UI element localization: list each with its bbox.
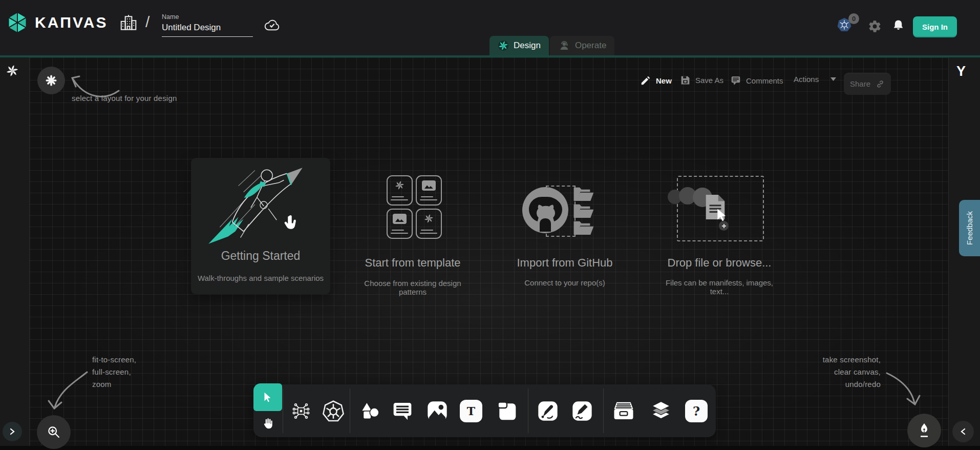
cloud-saved-icon [264, 17, 281, 33]
template-thumb-spiral-2 [416, 209, 442, 239]
toolbar-separator-4 [603, 388, 604, 433]
new-pencil-icon [640, 75, 651, 86]
text-tool-card: T [460, 400, 482, 422]
toolbar-separator-2 [350, 388, 350, 433]
tab-operate-label: Operate [575, 40, 606, 51]
design-name-input[interactable]: Untitled Design [162, 23, 253, 37]
select-cursor-icon [261, 391, 274, 404]
pen-path-icon [538, 401, 558, 421]
expand-left-panel-button[interactable] [3, 422, 22, 441]
drop-file-subtitle: Files can be manifests, images, text... [661, 278, 778, 296]
notifications-bell-icon[interactable] [891, 18, 905, 32]
pointer-tool-group [253, 383, 282, 437]
save-as-button[interactable]: Save As [680, 75, 723, 86]
view-controls-hint: fit-to-screen, full-screen, zoom [92, 354, 136, 391]
image-thumb-icon [422, 180, 436, 191]
actions-label: Actions [794, 75, 819, 84]
folder-icon-2 [572, 203, 595, 219]
breadcrumb-divider: / [145, 13, 150, 31]
pan-hand-tool[interactable] [253, 411, 282, 437]
chevron-left-icon [959, 427, 967, 436]
hand-cursor-icon [282, 213, 301, 234]
layout-selector-button[interactable] [37, 67, 65, 94]
new-design-button[interactable]: New [640, 75, 672, 86]
template-subtitle: Choose from existing design patterns [361, 279, 464, 296]
zoom-controls-button[interactable] [37, 415, 71, 449]
meshery-spiral-icon[interactable] [5, 64, 19, 78]
app-logo[interactable]: KAΠVAS [6, 11, 108, 34]
drop-file-title: Drop file or browse... [661, 256, 778, 270]
actions-hint-arrow [883, 367, 926, 410]
template-title: Start from template [361, 256, 464, 270]
kubernetes-tool[interactable] [322, 399, 345, 423]
feedback-tab[interactable]: Feedback [959, 200, 980, 256]
caret-down-icon [830, 77, 837, 81]
help-tool-glyph: ? [693, 404, 700, 419]
canvas-actions-button[interactable] [907, 414, 941, 447]
start-from-template-card[interactable]: Start from template Choose from existing… [361, 169, 464, 295]
import-github-card[interactable]: Import from GitHub Connect to your repo(… [507, 174, 623, 297]
text-tool[interactable]: T [459, 399, 483, 423]
share-label: Share [850, 79, 870, 88]
comment-bubble-icon [392, 401, 413, 421]
getting-started-card[interactable]: Getting Started Walk-throughs and sample… [191, 158, 330, 294]
rocket-rider-illustration [205, 161, 315, 249]
feedback-label: Feedback [965, 211, 974, 245]
drop-cursor-arrow-icon [716, 208, 728, 221]
share-button[interactable]: Share [844, 73, 891, 95]
canvas-actions-hint: take screenshot, clear canvas, undo/redo [778, 354, 881, 391]
getting-started-subtitle: Walk-throughs and sample scenarios [191, 274, 330, 282]
drawer-tool[interactable] [612, 399, 635, 423]
window-bottom-edge [0, 446, 980, 450]
component-tool[interactable] [289, 399, 313, 423]
pen-tool[interactable] [536, 399, 560, 423]
spiral-thumb-icon-2 [423, 213, 434, 224]
layer5-y-logo: Y [956, 64, 966, 79]
pen-nib-icon [917, 423, 932, 438]
canvas-tools-toolbar: T [253, 384, 716, 437]
hand-icon [261, 417, 275, 431]
layout-hint-text: select a layout for your design [72, 92, 177, 105]
tab-design[interactable]: Design [489, 36, 549, 55]
github-subtitle: Connect to your repo(s) [507, 278, 623, 287]
note-tool[interactable] [495, 399, 519, 423]
kanvas-hexagon-icon [6, 11, 29, 34]
select-tool[interactable] [253, 383, 282, 411]
comments-bubble-icon [730, 75, 741, 86]
getting-started-title: Getting Started [191, 249, 330, 263]
comment-tool[interactable] [391, 399, 414, 423]
sign-in-button[interactable]: Sign In [913, 16, 957, 37]
toolbar-separator-1 [283, 388, 283, 433]
share-link-icon [876, 79, 885, 89]
magnifier-plus-icon [47, 425, 61, 439]
tab-operate[interactable]: Operate [550, 36, 614, 55]
toolbar-separator-3 [528, 388, 528, 433]
left-rail [0, 57, 30, 446]
comments-label: Comments [746, 76, 783, 85]
organization-building-icon[interactable] [119, 13, 138, 33]
asterisk-layout-icon [45, 74, 58, 87]
plus-icon [721, 223, 727, 229]
kubernetes-helm-icon [322, 400, 345, 422]
drop-file-card[interactable]: Drop file or browse... Files can be mani… [661, 169, 778, 295]
pencil-tool[interactable] [570, 399, 594, 423]
operate-headset-icon [558, 39, 570, 52]
logo-wordmark: KAΠVAS [35, 14, 108, 31]
chevron-right-icon [8, 427, 16, 436]
collapse-right-panel-button[interactable] [952, 421, 974, 442]
comments-button[interactable]: Comments [730, 75, 783, 86]
actions-dropdown[interactable]: Actions [794, 75, 837, 84]
template-thumb-spiral [387, 175, 413, 206]
tab-design-label: Design [514, 40, 541, 51]
help-tool[interactable]: ? [685, 399, 708, 423]
view-hint-arrow [45, 366, 92, 414]
layers-tool[interactable] [649, 399, 673, 423]
settings-gear-icon[interactable] [868, 19, 882, 33]
folder-icon-1 [572, 187, 595, 202]
shapes-tool[interactable] [358, 399, 381, 423]
circuit-node-icon [290, 400, 312, 422]
design-name-label: Name [162, 13, 179, 21]
add-file-plus-badge [719, 221, 729, 231]
design-spiral-icon [498, 40, 509, 51]
image-tool[interactable] [425, 399, 449, 423]
